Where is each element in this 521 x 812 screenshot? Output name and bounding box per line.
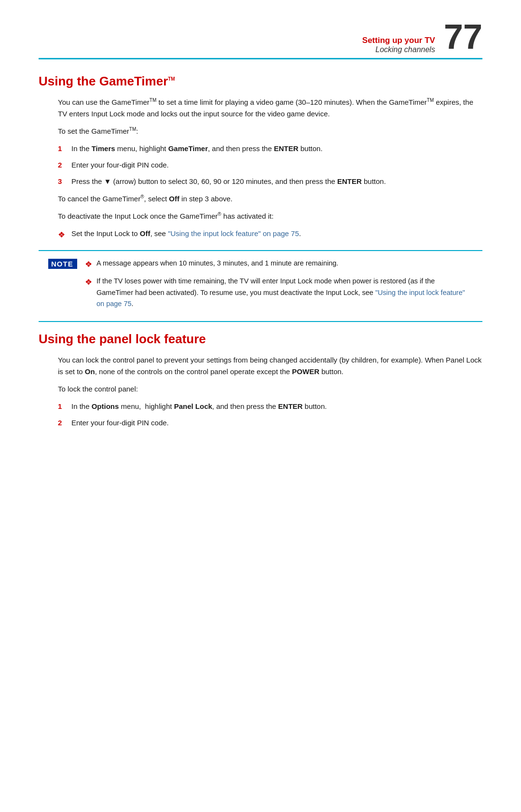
panellock-step-2: 2 Enter your four-digit PIN code. [58,417,482,429]
note-bullet-1: ❖ A message appears when 10 minutes, 3 m… [85,258,473,271]
note-box: NOTE ❖ A message appears when 10 minutes… [39,250,482,322]
step-content-3: Press the ▼ (arrow) button to select 30,… [71,176,482,187]
panellock-step-content-1: In the Options menu, highlight Panel Loc… [71,401,482,412]
panellock-steps: 1 In the Options menu, highlight Panel L… [58,401,482,429]
gametimer-step-3: 3 Press the ▼ (arrow) button to select 3… [58,176,482,187]
step-content-2: Enter your four-digit PIN code. [71,159,482,171]
panellock-step-content-2: Enter your four-digit PIN code. [71,417,482,429]
panellock-to-lock: To lock the control panel: [58,383,482,395]
header-subtitle: Locking channels [362,45,435,54]
step-number-2: 2 [58,159,71,171]
gametimer-step-2: 2 Enter your four-digit PIN code. [58,159,482,171]
note-bullet-2: ❖ If the TV loses power with time remain… [85,276,473,309]
gametimer-deactivate: To deactivate the Input Lock once the Ga… [58,210,482,222]
note-diamond-2: ❖ [85,276,96,309]
panellock-step-1: 1 In the Options menu, highlight Panel L… [58,401,482,412]
page-header: Setting up your TV Locking channels 77 [39,19,482,59]
bullet-diamond: ❖ [58,228,71,241]
section-heading-panellock: Using the panel lock feature [39,332,482,347]
note-label: NOTE [48,259,77,269]
note-content: ❖ A message appears when 10 minutes, 3 m… [85,258,473,314]
page-number: 77 [444,19,482,54]
section-gametimer: Using the GameTimerTM You can use the Ga… [39,74,482,322]
header-text: Setting up your TV Locking channels [362,36,435,54]
note-text-2: If the TV loses power with time remainin… [96,276,473,309]
note-text-1: A message appears when 10 minutes, 3 min… [96,258,338,271]
panellock-step-number-2: 2 [58,417,71,429]
step-number-3: 3 [58,176,71,187]
deactivate-bullet-1: ❖ Set the Input Lock to Off, see "Using … [58,228,482,241]
gametimer-intro: You can use the GameTimerTM to set a tim… [58,97,482,120]
gametimer-steps: 1 In the Timers menu, highlight GameTime… [58,143,482,187]
gametimer-cancel: To cancel the GameTimer®, select Off in … [58,193,482,205]
input-lock-link-2[interactable]: "Using the input lock feature" on page 7… [96,289,465,308]
panellock-intro: You can lock the control panel to preven… [58,354,482,378]
step-number-1: 1 [58,143,71,154]
page: Setting up your TV Locking channels 77 U… [0,0,521,812]
panellock-step-number-1: 1 [58,401,71,412]
header-setting: Setting up your TV [362,36,435,45]
section-heading-gametimer: Using the GameTimerTM [39,74,482,89]
step-content-1: In the Timers menu, highlight GameTimer,… [71,143,482,154]
section-panellock: Using the panel lock feature You can loc… [39,332,482,429]
gametimer-to-set: To set the GameTimerTM: [58,126,482,137]
deactivate-bullet-content: Set the Input Lock to Off, see "Using th… [71,228,482,241]
gametimer-step-1: 1 In the Timers menu, highlight GameTime… [58,143,482,154]
note-diamond-1: ❖ [85,258,96,271]
input-lock-link-1[interactable]: "Using the input lock feature" on page 7… [168,229,299,238]
deactivate-bullets: ❖ Set the Input Lock to Off, see "Using … [58,228,482,241]
